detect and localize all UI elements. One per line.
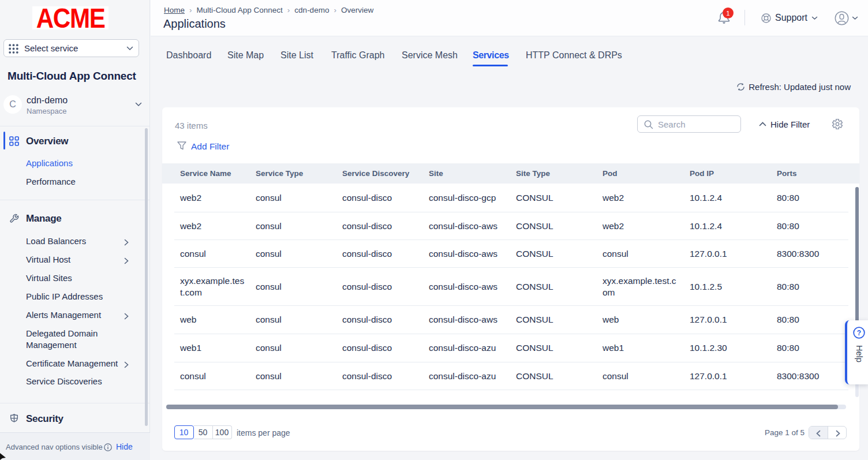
svg-text:?: ?: [857, 329, 861, 337]
